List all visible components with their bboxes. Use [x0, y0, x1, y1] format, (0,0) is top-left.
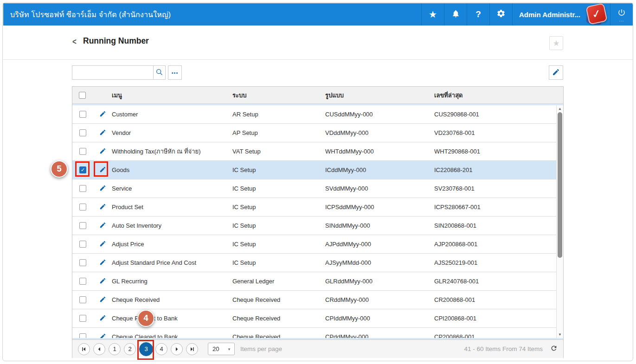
column-header-latest[interactable]: เลขที่ล่าสุด: [434, 87, 463, 103]
row-edit-icon[interactable]: [99, 314, 106, 323]
table-row[interactable]: GL Recurring General Ledger GLRddMMyy-00…: [72, 272, 556, 291]
page-button-3[interactable]: 3: [139, 342, 153, 356]
help-button[interactable]: ?: [467, 3, 489, 26]
cell-system: IC Setup: [232, 179, 324, 198]
row-edit-icon[interactable]: [99, 222, 106, 230]
cell-system: IC Setup: [232, 161, 324, 179]
settings-button[interactable]: [489, 3, 512, 26]
column-header-menu[interactable]: เมนู: [112, 87, 122, 103]
row-checkbox[interactable]: [79, 333, 86, 338]
cell-latest: GLR240768-001: [434, 272, 550, 290]
annotation-step-5: 5: [51, 160, 68, 178]
row-checkbox[interactable]: ✓: [79, 166, 86, 173]
chevron-down-icon: ▼: [227, 347, 231, 351]
row-edit-icon[interactable]: [99, 203, 106, 211]
table-row[interactable]: Vendor AP Setup VDddMMyy-000 VD230768-00…: [72, 124, 556, 142]
cell-menu: GL Recurring: [112, 272, 231, 290]
table-row[interactable]: Cheque Cleared to Bank Cheque Received C…: [72, 328, 556, 338]
row-edit-icon[interactable]: [99, 166, 106, 174]
cell-system: AR Setup: [232, 105, 324, 123]
notifications-button[interactable]: [444, 3, 467, 26]
table-row[interactable]: Adjust Standard Price And Cost IC Setup …: [72, 254, 556, 272]
table-row[interactable]: Service IC Setup SVddMMyy-000 SV230768-0…: [72, 179, 556, 198]
cell-system: Cheque Received: [232, 291, 324, 309]
cell-format: SVddMMyy-000: [325, 179, 433, 198]
back-button[interactable]: <: [72, 37, 77, 47]
row-checkbox[interactable]: [79, 259, 86, 266]
refresh-button[interactable]: [550, 345, 558, 353]
cell-menu: Cheque Cleared to Bank: [112, 328, 231, 338]
table-row[interactable]: ✓ Goods IC Setup ICddMMyy-000 IC220868-2…: [72, 161, 556, 179]
favorites-button[interactable]: ★: [421, 3, 444, 26]
cell-menu: Product Set: [112, 198, 231, 216]
cell-system: Cheque Received: [232, 309, 324, 327]
row-edit-icon[interactable]: [99, 296, 106, 304]
cell-format: CRddMMyy-000: [325, 291, 433, 309]
row-checkbox[interactable]: [79, 185, 86, 192]
vertical-scrollbar[interactable]: ▲ ▼: [556, 105, 563, 338]
cell-format: CPddMMyy-000: [325, 328, 433, 338]
row-edit-icon[interactable]: [99, 147, 106, 156]
row-checkbox[interactable]: [79, 278, 86, 285]
row-edit-icon[interactable]: [99, 129, 106, 137]
last-page-button[interactable]: [186, 343, 198, 355]
page-button-1[interactable]: 1: [109, 343, 121, 355]
star-icon: ★: [552, 38, 559, 48]
app-logo: ✓: [586, 4, 607, 26]
table-header-row: เมนู ระบบ รูปแบบ เลขที่ล่าสุด: [72, 87, 563, 104]
table-row[interactable]: Withholding Tax(ภาษีหัก ณ ที่จ่าย) VAT S…: [72, 142, 556, 161]
table-row[interactable]: Customer AR Setup CUSddMMyy-000 CUS29086…: [72, 105, 556, 124]
row-checkbox[interactable]: [79, 315, 86, 322]
previous-page-button[interactable]: [93, 343, 105, 355]
cell-format: CUSddMMyy-000: [325, 105, 433, 123]
running-number-table: เมนู ระบบ รูปแบบ เลขที่ล่าสุด Customer A…: [72, 86, 564, 358]
table-row[interactable]: Auto Set Inventory IC Setup SINddMMyy-00…: [72, 217, 556, 235]
next-page-button[interactable]: [171, 343, 183, 355]
table-row[interactable]: Product Set IC Setup ICPSddMMyy-000 ICPS…: [72, 198, 556, 217]
user-menu[interactable]: Admin Administr... ✓: [512, 3, 610, 26]
row-checkbox[interactable]: [79, 111, 86, 118]
scrollbar-thumb[interactable]: [558, 112, 562, 258]
row-edit-icon[interactable]: [99, 110, 106, 119]
table-row[interactable]: Adjust Price IC Setup AJPddMMyy-000 AJP2…: [72, 235, 556, 254]
cell-format: ICddMMyy-000: [325, 161, 433, 179]
cell-system: IC Setup: [232, 198, 324, 216]
row-checkbox[interactable]: [79, 222, 86, 229]
row-checkbox[interactable]: [79, 296, 86, 303]
row-checkbox[interactable]: [79, 204, 86, 211]
row-edit-icon[interactable]: [99, 259, 106, 267]
bell-icon: [451, 9, 460, 20]
cell-latest: ICPS280667-001: [434, 198, 550, 216]
table-row[interactable]: Cheque Present to Bank Cheque Received C…: [72, 309, 556, 328]
cell-format: AJPddMMyy-000: [325, 235, 433, 253]
table-row[interactable]: Cheque Received Cheque Received CRddMMyy…: [72, 291, 556, 309]
row-checkbox[interactable]: [79, 129, 86, 136]
page-button-2[interactable]: 2: [124, 343, 136, 355]
cell-format: ICPSddMMyy-000: [325, 198, 433, 216]
row-checkbox[interactable]: [79, 148, 86, 155]
cell-menu: Withholding Tax(ภาษีหัก ณ ที่จ่าย): [112, 142, 231, 160]
column-header-system[interactable]: ระบบ: [232, 87, 246, 103]
first-page-button[interactable]: [78, 343, 90, 355]
column-header-format[interactable]: รูปแบบ: [325, 87, 344, 103]
row-checkbox[interactable]: [79, 241, 86, 248]
cell-menu: Adjust Standard Price And Cost: [112, 254, 231, 272]
logout-button[interactable]: ...: [610, 3, 633, 26]
search-input[interactable]: [72, 65, 153, 80]
power-icon: [617, 8, 626, 19]
row-edit-icon[interactable]: [99, 240, 106, 249]
search-button[interactable]: [153, 65, 166, 80]
page-size-select[interactable]: 20 ▼: [208, 343, 235, 355]
scroll-down-icon[interactable]: ▼: [557, 332, 563, 337]
row-edit-icon[interactable]: [99, 333, 106, 338]
row-edit-icon[interactable]: [99, 185, 106, 193]
row-edit-icon[interactable]: [99, 277, 106, 286]
edit-button[interactable]: [549, 65, 563, 80]
more-options-button[interactable]: •••: [168, 65, 182, 80]
scroll-up-icon[interactable]: ▲: [557, 107, 563, 111]
page-button-4[interactable]: 4: [155, 343, 167, 355]
favorite-page-button[interactable]: ★: [549, 36, 563, 50]
select-all-checkbox[interactable]: [79, 92, 86, 99]
cell-latest: AJS250219-001: [434, 254, 550, 272]
cell-system: General Ledger: [232, 272, 324, 290]
